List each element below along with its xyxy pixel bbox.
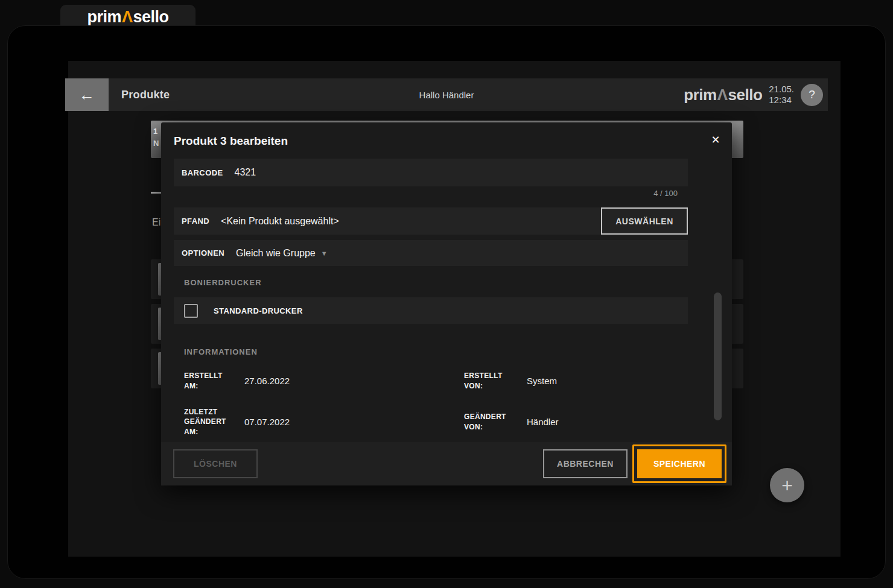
header-right: primΛsello 21.05. 12:34 ? (684, 84, 828, 106)
optionen-dropdown[interactable]: OPTIONEN Gleich wie Gruppe ▼ (174, 240, 688, 266)
save-button[interactable]: SPEICHERN (637, 449, 722, 478)
scrollbar-thumb[interactable] (714, 292, 722, 420)
logo-caret-icon: Λ (717, 86, 728, 104)
pfand-label: PFAND (182, 217, 209, 226)
barcode-value[interactable]: 4321 (235, 167, 256, 178)
background-partial-text: Ei (152, 217, 160, 228)
back-button[interactable]: ← (65, 78, 109, 111)
pfand-field: PFAND <Kein Produkt ausgewählt> AUSWÄHLE… (174, 207, 688, 235)
edit-product-dialog: Produkt 3 bearbeiten ✕ BARCODE 4321 4 / … (161, 122, 732, 485)
info-label: ZULETZT GEÄNDERT AM: (184, 407, 237, 437)
auswaehlen-button[interactable]: AUSWÄHLEN (601, 207, 688, 235)
info-value: 07.07.2022 (244, 417, 457, 427)
standard-drucker-label: STANDARD-DRUCKER (214, 306, 303, 315)
optionen-label: OPTIONEN (182, 248, 224, 258)
info-label: ERSTELLT VON: (464, 371, 520, 391)
close-button[interactable]: ✕ (707, 131, 725, 149)
primasello-logo: primΛsello (87, 8, 168, 27)
standard-drucker-row[interactable]: STANDARD-DRUCKER (174, 297, 688, 324)
info-value: System (527, 376, 688, 386)
info-label: ERSTELLT AM: (184, 371, 237, 391)
back-arrow-icon: ← (79, 86, 95, 104)
dialog-title: Produkt 3 bearbeiten (174, 134, 288, 148)
pfand-value: <Kein Produkt ausgewählt> (221, 216, 339, 227)
info-value: 27.06.2022 (244, 376, 457, 386)
info-value: Händler (527, 417, 688, 427)
page-title: Produkte (121, 89, 170, 101)
barcode-field[interactable]: BARCODE 4321 (174, 159, 688, 186)
datetime-display: 21.05. 12:34 (769, 84, 794, 106)
optionen-value[interactable]: Gleich wie Gruppe (236, 248, 316, 259)
informationen-grid: ERSTELLT AM: 27.06.2022 ERSTELLT VON: Sy… (174, 371, 688, 437)
cancel-button[interactable]: ABBRECHEN (543, 449, 628, 478)
time-text: 12:34 (769, 95, 794, 106)
greeting-text: Hallo Händler (419, 90, 474, 100)
info-label: GEÄNDERT VON: (464, 412, 520, 432)
primasello-logo-header: primΛsello (684, 86, 762, 104)
standard-drucker-checkbox[interactable] (184, 304, 198, 318)
logo-caret-icon: Λ (121, 8, 133, 26)
bonierdrucker-section-label: BONIERDRUCKER (184, 278, 262, 287)
chevron-down-icon: ▼ (321, 250, 328, 257)
dialog-footer: LÖSCHEN ABBRECHEN SPEICHERN (161, 442, 732, 485)
save-button-highlight-ring: SPEICHERN (632, 444, 726, 483)
barcode-char-counter: 4 / 100 (174, 189, 688, 198)
barcode-label: BARCODE (182, 168, 223, 177)
delete-button[interactable]: LÖSCHEN (173, 449, 258, 478)
close-icon: ✕ (711, 133, 720, 147)
informationen-section-label: INFORMATIONEN (184, 347, 258, 356)
date-text: 21.05. (769, 84, 794, 95)
header-bar: ← Produkte Hallo Händler primΛsello 21.0… (65, 78, 828, 111)
screen: primΛsello ← Produkte Hallo Händler prim… (0, 0, 893, 588)
question-mark-icon: ? (809, 88, 815, 101)
plus-icon: + (781, 476, 793, 495)
help-button[interactable]: ? (801, 84, 823, 106)
add-button[interactable]: + (770, 468, 804, 502)
